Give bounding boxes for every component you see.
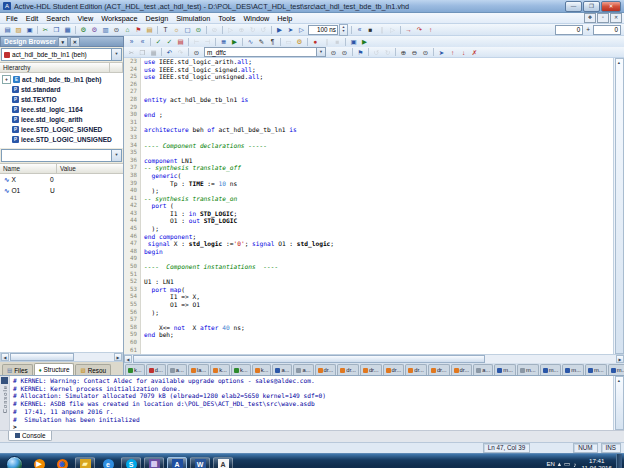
tree-item[interactable]: Pstd.standard — [0, 84, 123, 94]
design-browser-header[interactable]: Design Browser ▾ ✕ — [0, 36, 124, 47]
tree-item[interactable]: Pieee.std_logic_arith — [0, 114, 123, 124]
document-icon[interactable]: ▢ — [183, 25, 193, 34]
clear-bookmarks-icon[interactable]: ✗ — [470, 48, 480, 57]
console-prompt[interactable]: > — [13, 423, 610, 430]
code-line[interactable]: 32architecture beh of act_hdl_bde_tb_ln1… — [124, 126, 613, 134]
go-icon[interactable]: ▶ — [360, 37, 370, 46]
tab-console[interactable]: Console — [8, 431, 52, 441]
run-until-icon[interactable]: ➤ — [286, 25, 296, 34]
editor-vscrollbar[interactable]: ▲ ▼ — [613, 58, 624, 354]
mdi-restore-button[interactable]: ▫ — [597, 13, 609, 23]
scroll-left-icon[interactable]: ◀ — [1, 353, 9, 361]
find-text-combo[interactable]: m_dffc▼ — [204, 47, 326, 57]
tab-files[interactable]: ▤Files — [2, 364, 33, 375]
document-tab[interactable]: m... — [494, 364, 516, 375]
attach-icon[interactable]: ⊕ — [237, 25, 247, 34]
signal-filter-combo[interactable]: ▼ — [1, 149, 122, 162]
notes-icon[interactable]: ▤ — [145, 25, 155, 34]
record-icon[interactable]: ● — [311, 37, 321, 46]
code-line[interactable]: 54 I1 => X, — [124, 293, 613, 301]
code-line[interactable]: 48begin — [124, 248, 613, 256]
redo-icon[interactable]: ↷ — [176, 48, 186, 57]
code-line[interactable]: 35 — [124, 149, 613, 157]
editor-hscrollbar[interactable]: ◀ ▶ — [124, 354, 624, 363]
trace-out-icon[interactable]: ↑ — [426, 25, 436, 34]
pause2-icon[interactable]: ∥ — [322, 37, 332, 46]
stop-sim-icon[interactable]: ■ — [366, 25, 376, 34]
document-tab[interactable]: a... — [473, 364, 493, 375]
waveform-list-icon[interactable]: ≣ — [219, 37, 229, 46]
panel-close-button[interactable]: ✕ — [70, 37, 80, 47]
cut-icon[interactable]: ✂ — [127, 48, 137, 57]
value-column-header[interactable]: Value — [57, 164, 79, 173]
code-editor[interactable]: 23use IEEE.std_logic_arith.all;24use IEE… — [124, 58, 624, 354]
edit-pen-icon[interactable]: ✎ — [257, 37, 267, 46]
clock[interactable]: 17:41 11.04.2016 — [581, 457, 612, 468]
display-icon[interactable]: ▭ — [564, 460, 570, 468]
scroll-right-icon[interactable]: ▶ — [114, 353, 122, 361]
code-line[interactable]: 39 Tp : TIME := 10 ns — [124, 180, 613, 188]
code-line[interactable]: 44 O1 : out STD_LOGIC — [124, 217, 613, 225]
code-line[interactable]: 57 — [124, 316, 613, 324]
document-tab[interactable]: a... — [293, 364, 313, 375]
document-tab[interactable]: k... — [125, 364, 145, 375]
table-row[interactable]: ∿X0 — [0, 174, 123, 185]
open-file-icon[interactable]: ▨ — [14, 25, 24, 34]
code-line[interactable]: 61 — [124, 347, 613, 354]
run-time-spinner[interactable]: ▲▼ — [339, 24, 348, 36]
mdi-close-button[interactable]: ✕ — [610, 13, 622, 23]
zoom-full-icon[interactable]: ⊙ — [421, 48, 431, 57]
find-icon[interactable]: ⊙ — [192, 48, 202, 57]
init-sim-icon[interactable]: ▷ — [226, 25, 236, 34]
document-tab[interactable]: m... — [540, 364, 562, 375]
show-desktop-button[interactable] — [616, 454, 622, 468]
disconnect2-icon[interactable]: ⊣ — [203, 37, 213, 46]
skype-icon[interactable]: S — [121, 457, 141, 468]
check-syntax-icon[interactable]: ✓ — [154, 37, 164, 46]
frame-icon[interactable]: ▭ — [284, 37, 294, 46]
menu-simulation[interactable]: Simulation — [172, 14, 214, 23]
menu-view[interactable]: View — [73, 14, 97, 23]
bookmark-icon[interactable]: ⚑ — [356, 48, 366, 57]
menu-design[interactable]: Design — [142, 14, 173, 23]
testbench-icon[interactable]: ⚑ — [134, 25, 144, 34]
console-output[interactable]: # KERNEL: Warning: Contact Aldec for ava… — [10, 376, 613, 430]
document-tab[interactable]: dr... — [315, 364, 337, 375]
tree-expander-icon[interactable]: + — [2, 75, 11, 84]
step-icon[interactable]: ▷ — [388, 25, 398, 34]
document-app-icon[interactable]: A — [213, 457, 233, 468]
monitor-icon[interactable]: ▣ — [349, 37, 359, 46]
breakpoint-count-field[interactable]: 0 — [555, 25, 583, 35]
settings-gears-icon[interactable]: ⚙ — [295, 37, 305, 46]
browse-icon[interactable]: ⊙ — [194, 25, 204, 34]
code-line[interactable]: 31 — [124, 119, 613, 127]
tree-item[interactable]: +Eact_hdl_bde_tb_ln1 (beh) — [0, 74, 123, 84]
find-prev-icon[interactable]: ⊙ — [340, 48, 350, 57]
code-line[interactable]: 23use IEEE.std_logic_arith.all; — [124, 58, 613, 66]
tree-item[interactable]: Pieee.STD_LOGIC_SIGNED — [0, 124, 123, 134]
design-unit-combo[interactable]: act_hdl_bde_tb_ln1 (beh) ▼ — [1, 48, 122, 61]
language-indicator[interactable]: EN — [546, 461, 554, 467]
code-line[interactable]: 29 — [124, 104, 613, 112]
code-line[interactable]: 42 port ( — [124, 202, 613, 210]
document-tab[interactable]: m... — [585, 364, 607, 375]
console-vscrollbar[interactable]: ▲ ▼ — [613, 376, 624, 430]
chevron-down-icon[interactable]: ▼ — [111, 49, 121, 60]
firefox-icon[interactable]: ◉ — [52, 457, 72, 468]
zoom-in-icon[interactable]: ⊕ — [399, 48, 409, 57]
code-line[interactable]: 26 — [124, 81, 613, 89]
start-button[interactable] — [6, 456, 23, 468]
code-line[interactable]: 41-- synthesis translate_on — [124, 195, 613, 203]
text-tool-icon[interactable]: T — [161, 25, 171, 34]
menu-file[interactable]: File — [2, 14, 22, 23]
maximize-button[interactable]: ❐ — [583, 1, 600, 12]
code-line[interactable]: 50---- Component instantiations ---- — [124, 263, 613, 271]
waveform-icon[interactable]: ∿ — [246, 37, 256, 46]
document-tab[interactable]: dr... — [337, 364, 359, 375]
error-count-field[interactable]: 0 — [593, 25, 621, 35]
code-line[interactable]: 51 — [124, 271, 613, 279]
run-for-icon[interactable]: ▷ — [297, 25, 307, 34]
counter-plus-button[interactable]: + — [586, 26, 590, 33]
scroll-right-icon[interactable]: ▶ — [616, 355, 624, 363]
code-line[interactable]: 47 signal X : std_logic :='0'; signal O1… — [124, 240, 613, 248]
